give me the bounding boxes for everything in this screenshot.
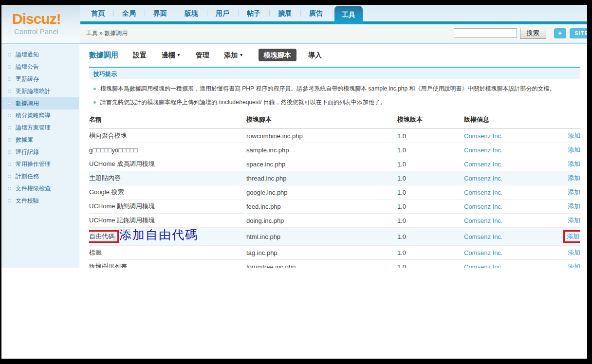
tip-text: 模塊腳本爲數據調用模塊的一種擴展，適用於懂得書寫 PHP 程序的程序員。請參考系…: [100, 85, 555, 92]
module-table: 名稱模塊腳本模塊版本版權信息 橫向聚合模塊 rowcombine.inc.php…: [89, 111, 580, 268]
nav-item[interactable]: 帖子: [238, 5, 269, 21]
cell-action: 添加: [555, 200, 580, 214]
circle-bullet-icon: [8, 199, 11, 202]
bullet-icon: [93, 88, 96, 90]
copyright-link[interactable]: Comsenz Inc.: [464, 249, 502, 256]
circle-bullet-icon: [8, 138, 11, 142]
cell-version: 1.0: [397, 260, 464, 268]
cell-copyright: Comsenz Inc.: [464, 214, 555, 228]
sidebar-item[interactable]: 文件權限檢查: [1, 182, 79, 195]
copyright-link[interactable]: Comsenz Inc.: [464, 146, 502, 154]
sidebar-item-label: 數據調用: [16, 99, 39, 108]
content-tab[interactable]: 管理▼: [196, 51, 209, 59]
add-link[interactable]: 添加: [568, 249, 580, 256]
copyright-link[interactable]: Comsenz Inc.: [464, 203, 502, 210]
circle-bullet-icon: [8, 65, 11, 69]
add-link[interactable]: 添加: [567, 233, 579, 240]
circle-bullet-icon: [8, 53, 11, 56]
nav-item[interactable]: 用戶: [207, 5, 238, 21]
cell-copyright: Comsenz Inc.: [464, 200, 555, 214]
copyright-link[interactable]: Comsenz Inc.: [464, 233, 502, 240]
search-button[interactable]: 搜索: [520, 28, 546, 39]
plus-button[interactable]: +: [554, 28, 566, 38]
sidebar-item[interactable]: 更新緩存: [1, 73, 79, 85]
table-row: UCHome 成員調用模塊 space.inc.php 1.0 Comsenz …: [89, 157, 580, 171]
nav-item[interactable]: 工具: [334, 6, 363, 24]
sidebar-item-label: 數據庫: [16, 136, 33, 144]
content-tab[interactable]: 模塊腳本▼: [259, 49, 296, 61]
sidebar-item-label: 文件權限檢查: [16, 184, 51, 193]
column-header: 版權信息: [464, 111, 555, 129]
cell-copyright: Comsenz Inc.: [464, 246, 555, 260]
cell-version: 1.0: [397, 185, 464, 200]
sidebar-item[interactable]: 文件校驗: [1, 195, 79, 207]
sidebar-item[interactable]: 數據調用: [1, 97, 79, 109]
nav-item[interactable]: 擴展: [269, 5, 300, 21]
cell-action: 添加: [555, 143, 580, 157]
cell-name: UCHome 記錄調用模塊: [89, 214, 246, 228]
copyright-link[interactable]: Comsenz Inc.: [464, 132, 502, 140]
circle-bullet-icon: [8, 102, 11, 105]
add-link[interactable]: 添加: [568, 146, 580, 153]
cell-copyright: Comsenz Inc.: [464, 260, 555, 268]
cell-script: space.inc.php: [246, 157, 397, 171]
content-tab[interactable]: 設置▼: [133, 51, 147, 59]
sidebar-item[interactable]: 運行記錄: [1, 146, 79, 158]
add-link[interactable]: 添加: [568, 217, 580, 224]
cell-copyright: Comsenz Inc.: [464, 157, 555, 171]
copyright-link[interactable]: Comsenz Inc.: [464, 175, 502, 182]
cell-action: 添加: [555, 171, 580, 185]
tips-title: 技巧提示: [89, 67, 580, 79]
cell-version: 1.0: [397, 143, 464, 157]
cell-name: 主題貼內容: [89, 171, 246, 185]
content-tab[interactable]: 導入▼: [308, 51, 322, 59]
sidebar-item[interactable]: 積分策略嚮導: [1, 109, 79, 122]
search-input[interactable]: [454, 28, 517, 38]
nav-item[interactable]: 版塊: [176, 5, 207, 21]
cell-version: 1.0: [397, 157, 464, 171]
cell-action: 添加: [555, 246, 580, 260]
content-tabs: 設置▼ 邊欄▼ 管理▼ 添加▼ 模塊腳本▼ 導入▼: [133, 51, 334, 60]
sidebar-item-label: 更新緩存: [16, 75, 39, 83]
copyright-link[interactable]: Comsenz Inc.: [464, 161, 502, 168]
table-row: 標籤 tag.inc.php 1.0 Comsenz Inc. 添加: [89, 246, 580, 260]
cell-action: 添加: [555, 228, 580, 246]
cell-script: forumtree.inc.php: [246, 260, 397, 268]
add-link[interactable]: 添加: [568, 160, 580, 167]
sidebar-item[interactable]: 論壇方案管理: [1, 122, 79, 134]
nav-item[interactable]: 廣告: [300, 5, 332, 21]
add-link[interactable]: 添加: [568, 202, 580, 210]
cell-name: UCHome 成員調用模塊: [89, 157, 246, 171]
nav-item[interactable]: 全局: [113, 5, 145, 21]
content-tab[interactable]: 添加▼: [224, 51, 243, 59]
circle-bullet-icon: [8, 90, 11, 93]
copyright-link[interactable]: Comsenz Inc.: [464, 263, 502, 268]
sidebar-item[interactable]: 論壇公告: [1, 61, 79, 73]
sidebar-item[interactable]: 常用操作管理: [1, 158, 79, 170]
sidebar-item-label: 論壇公告: [16, 63, 39, 71]
sidebar-item[interactable]: 數據庫: [1, 134, 79, 146]
cell-script: doing.inc.php: [246, 214, 397, 228]
nav-item[interactable]: 界面: [145, 5, 176, 21]
cell-action: 添加: [555, 157, 580, 171]
cell-name: 標籤: [89, 246, 246, 260]
cell-script: google.inc.php: [246, 185, 397, 200]
content-tab[interactable]: 邊欄▼: [161, 51, 181, 59]
sidebar-item[interactable]: 更新論壇統計: [1, 85, 79, 97]
cell-version: 1.0: [397, 171, 464, 185]
sidebar-item[interactable]: 論壇通知: [1, 49, 79, 61]
content-header: 數據調用 設置▼ 邊欄▼ 管理▼ 添加▼ 模塊腳本▼ 導入▼: [89, 51, 580, 60]
sidebar-item[interactable]: 計劃任務: [1, 170, 79, 182]
cell-version: 1.0: [397, 228, 464, 246]
header: Discuz! Control Panel 首頁 全局 界面 版塊 用戶 帖子 …: [1, 5, 587, 44]
add-link[interactable]: 添加: [568, 132, 580, 139]
nav-item[interactable]: 首頁: [82, 5, 113, 21]
copyright-link[interactable]: Comsenz Inc.: [464, 217, 502, 224]
add-link[interactable]: 添加: [568, 174, 580, 182]
table-row: ģ□□□□□ýũ□□□□□ sample.inc.php 1.0 Comsenz…: [89, 143, 580, 157]
site-button[interactable]: SITE: [570, 28, 587, 38]
sidebar-item-label: 常用操作管理: [16, 160, 51, 168]
copyright-link[interactable]: Comsenz Inc.: [464, 189, 502, 196]
add-link[interactable]: 添加: [568, 263, 580, 268]
add-link[interactable]: 添加: [568, 188, 580, 196]
